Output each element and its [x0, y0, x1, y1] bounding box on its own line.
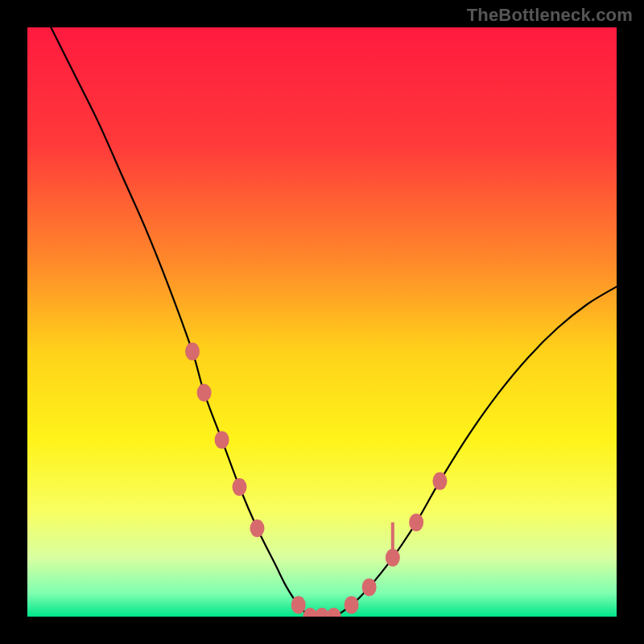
- marker-dot: [432, 473, 447, 490]
- marker-dot: [185, 343, 200, 361]
- marker-dot: [345, 596, 359, 613]
- plot-area: [27, 27, 617, 617]
- marker-dot: [386, 549, 400, 567]
- marker-dot: [291, 596, 306, 613]
- marker-dot: [409, 514, 423, 531]
- chart-frame: TheBottleneck.com: [0, 0, 644, 644]
- marker-dot: [215, 431, 229, 448]
- marker-dot: [197, 384, 212, 402]
- marker-dot: [362, 578, 377, 596]
- marker-dot: [233, 478, 247, 496]
- marker-dot: [250, 519, 265, 537]
- watermark-text: TheBottleneck.com: [467, 5, 633, 26]
- gradient-background: [27, 27, 617, 617]
- plot-svg: [27, 27, 617, 617]
